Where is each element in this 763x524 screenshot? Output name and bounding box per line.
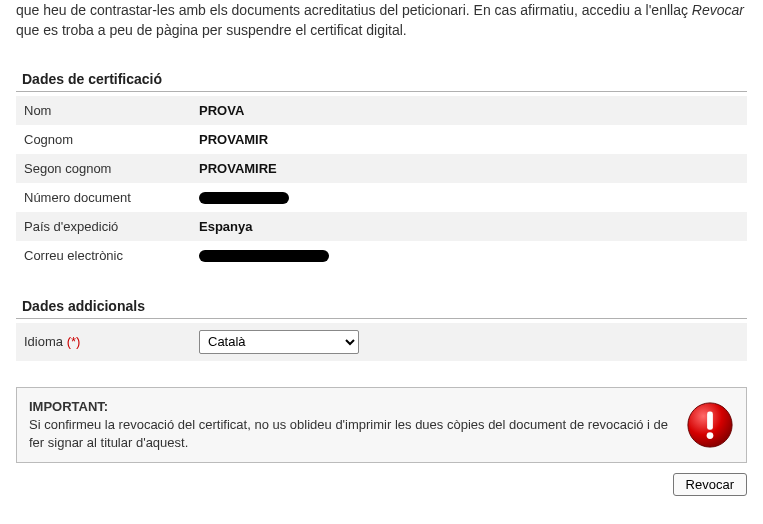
revocar-button[interactable]: Revocar <box>673 473 747 496</box>
section-title-certification: Dades de certificació <box>16 65 747 92</box>
label-nom: Nom <box>16 96 191 125</box>
action-row: Revocar <box>16 473 747 496</box>
redacted-numdoc <box>199 192 289 204</box>
row-idioma: Idioma (*) Català <box>16 323 747 361</box>
important-text: IMPORTANT: Si confirmeu la revocació del… <box>29 398 674 453</box>
important-title: IMPORTANT: <box>29 398 674 416</box>
value-nom: PROVA <box>191 96 747 125</box>
required-mark: (*) <box>67 334 81 349</box>
value-correu <box>191 241 747 270</box>
label-correu: Correu electrònic <box>16 241 191 270</box>
label-numdoc: Número document <box>16 183 191 212</box>
value-segon: PROVAMIRE <box>191 154 747 183</box>
row-correu: Correu electrònic <box>16 241 747 270</box>
svg-point-2 <box>707 432 714 439</box>
intro-l1b: que es troba a peu de pàgina per suspend… <box>16 22 407 38</box>
label-cognom: Cognom <box>16 125 191 154</box>
value-cognom: PROVAMIR <box>191 125 747 154</box>
svg-rect-1 <box>707 411 713 429</box>
row-pais: País d'expedició Espanya <box>16 212 747 241</box>
important-body: Si confirmeu la revocació del certificat… <box>29 417 668 450</box>
intro-text: que heu de contrastar-les amb els docume… <box>16 0 747 41</box>
value-pais: Espanya <box>191 212 747 241</box>
certification-table: Nom PROVA Cognom PROVAMIR Segon cognom P… <box>16 96 747 270</box>
row-cognom: Cognom PROVAMIR <box>16 125 747 154</box>
important-box: IMPORTANT: Si confirmeu la revocació del… <box>16 387 747 464</box>
warning-icon <box>686 401 734 449</box>
row-nom: Nom PROVA <box>16 96 747 125</box>
value-numdoc <box>191 183 747 212</box>
intro-l1a: que heu de contrastar-les amb els docume… <box>16 2 692 18</box>
label-segon: Segon cognom <box>16 154 191 183</box>
row-segon-cognom: Segon cognom PROVAMIRE <box>16 154 747 183</box>
row-numero-document: Número document <box>16 183 747 212</box>
redacted-correu <box>199 250 329 262</box>
intro-revocar-em: Revocar <box>692 2 744 18</box>
select-idioma[interactable]: Català <box>199 330 359 354</box>
label-pais: País d'expedició <box>16 212 191 241</box>
label-idioma: Idioma (*) <box>24 334 199 349</box>
section-title-additional: Dades addicionals <box>16 292 747 319</box>
